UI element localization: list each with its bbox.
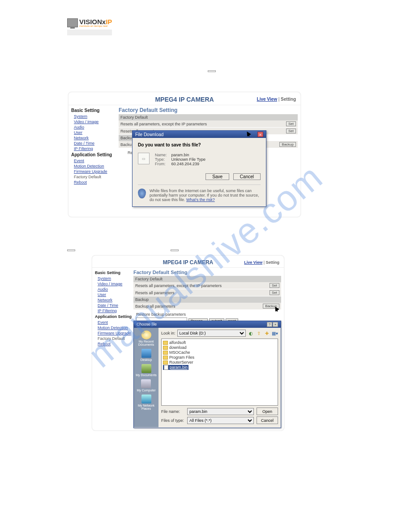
- sidebar-item-event[interactable]: Event: [71, 158, 119, 163]
- file-item-selected[interactable]: param.bin: [163, 365, 188, 370]
- sidebar-item-audio-2[interactable]: Audio: [95, 287, 133, 292]
- file-icon: [164, 365, 168, 370]
- place-recent[interactable]: My Recent Documents: [134, 330, 158, 346]
- sidebar-item-video-image-2[interactable]: Video / Image: [95, 281, 133, 287]
- risk-link[interactable]: What's the risk?: [186, 197, 215, 202]
- sidebar-item-factory-default[interactable]: Factory Default: [71, 174, 119, 180]
- set-button-2[interactable]: Set: [286, 129, 296, 133]
- link-live-view-2[interactable]: Live View: [244, 260, 262, 265]
- folder-item: Program Files: [163, 355, 276, 360]
- shield-icon: [138, 189, 146, 198]
- body-button-1[interactable]: [208, 70, 216, 72]
- body-paragraph-2: [67, 237, 345, 253]
- documents-icon: [141, 364, 151, 373]
- sidebar-section-application: Application Setting: [71, 152, 119, 157]
- header-bar: [67, 30, 112, 35]
- sidebar-section-basic-2: Basic Setting: [95, 270, 133, 275]
- folder-icon: [163, 360, 168, 365]
- folder-item: RouterServer: [163, 360, 276, 365]
- help-button[interactable]: ?: [267, 322, 272, 327]
- sidebar-item-reboot-2[interactable]: Reboot: [95, 341, 133, 347]
- meta-name-label: Name:: [155, 153, 170, 157]
- body-button-2b[interactable]: [171, 249, 179, 251]
- link-setting[interactable]: Setting: [281, 97, 296, 102]
- set-button-2b[interactable]: Set: [270, 290, 279, 295]
- filename-input[interactable]: param.bin: [187, 408, 254, 415]
- meta-type-label: Type:: [155, 157, 170, 162]
- backup-button[interactable]: Backup: [279, 142, 296, 147]
- sidebar-item-reboot[interactable]: Reboot: [71, 180, 119, 185]
- body-paragraph-1: [67, 58, 345, 74]
- sidebar-section-application-2: Application Setting: [95, 314, 133, 319]
- sidebar-item-firmware-upgrade[interactable]: Firmware Upgrade: [71, 169, 119, 174]
- set-button-1b[interactable]: Set: [270, 283, 279, 288]
- row-backup-clip: Backu: [120, 142, 132, 147]
- cancel-button-2[interactable]: Cancel: [257, 416, 278, 424]
- screenshot-2-camera-restore-browse: MPEG4 IP CAMERA Live View | Setting Basi…: [92, 255, 284, 431]
- place-network[interactable]: My Network Places: [134, 395, 158, 410]
- link-live-view[interactable]: Live View: [257, 97, 277, 102]
- lookin-dropdown[interactable]: Local Disk (D:): [177, 330, 246, 337]
- sidebar-item-audio[interactable]: Audio: [71, 124, 119, 130]
- sidebar-item-network-2[interactable]: Network: [95, 297, 133, 303]
- brand-logo-block: VISIONxIP monitore en tiempo real: [67, 18, 116, 35]
- link-setting-2[interactable]: Setting: [266, 260, 280, 265]
- new-folder-icon[interactable]: ✚: [264, 330, 270, 336]
- network-icon: [141, 395, 151, 403]
- sidebar-item-video-image[interactable]: Video / Image: [71, 119, 119, 124]
- sidebar-item-date-time-2[interactable]: Date / Time: [95, 303, 133, 308]
- file-type-icon: ▭: [138, 153, 150, 164]
- place-documents[interactable]: My Documents: [136, 364, 157, 377]
- screenshot-1-camera-backup-save: MPEG4 IP CAMERA Live View | Setting Basi…: [68, 92, 301, 217]
- sidebar-item-network[interactable]: Network: [71, 135, 119, 141]
- place-computer[interactable]: My Computer: [137, 379, 155, 392]
- dialog-close-button[interactable]: ×: [257, 132, 263, 137]
- cursor-icon: [245, 130, 251, 137]
- filetype-dropdown[interactable]: All Files (*.*): [187, 417, 254, 424]
- camera-title: MPEG4 IP CAMERA: [155, 96, 214, 103]
- sidebar-item-motion-detection-2[interactable]: Motion Detection: [95, 325, 133, 330]
- folder-icon: [163, 346, 168, 350]
- settings-content: Factory Default Setting Factory Default …: [119, 105, 300, 187]
- sidebar-item-firmware-upgrade-2[interactable]: Firmware Upgrade: [95, 330, 133, 336]
- sidebar-item-event-2[interactable]: Event: [95, 320, 133, 325]
- section-factory-default-2: Factory Default: [133, 276, 281, 282]
- sidebar-section-basic: Basic Setting: [71, 108, 119, 113]
- views-icon[interactable]: ▦▾: [272, 330, 278, 336]
- sidebar-item-date-time[interactable]: Date / Time: [71, 141, 119, 146]
- sidebar-item-ip-filtering[interactable]: IP Filtering: [71, 146, 119, 151]
- sidebar-item-ip-filtering-2[interactable]: IP Filtering: [95, 308, 133, 313]
- content-title: Factory Default Setting: [119, 107, 298, 113]
- up-icon[interactable]: ⇧: [256, 330, 262, 336]
- body-button-2a[interactable]: [67, 249, 75, 251]
- dialog-title: File Download: [135, 132, 163, 137]
- set-button-1[interactable]: Set: [286, 121, 296, 126]
- settings-sidebar-2: Basic Setting System Video / Image Audio…: [92, 268, 133, 348]
- meta-from-value: 60.248.204.239: [171, 162, 200, 166]
- sidebar-item-factory-default-2[interactable]: Factory Default: [95, 336, 133, 341]
- folder-item: download: [163, 345, 276, 350]
- sidebar-item-system[interactable]: System: [71, 114, 119, 119]
- section-backup-2: Backup: [133, 296, 281, 303]
- sidebar-item-user[interactable]: User: [71, 130, 119, 135]
- sidebar-item-user-2[interactable]: User: [95, 292, 133, 297]
- row-backup-2: Backup all parameters: [135, 304, 176, 309]
- settings-sidebar: Basic Setting System Video / Image Audio…: [68, 105, 119, 187]
- save-button[interactable]: Save: [206, 173, 229, 180]
- monitor-icon: [67, 18, 78, 27]
- sidebar-item-motion-detection[interactable]: Motion Detection: [71, 163, 119, 169]
- place-desktop[interactable]: Desktop: [141, 349, 152, 361]
- sidebar-item-system-2[interactable]: System: [95, 276, 133, 281]
- folder-icon: [163, 351, 168, 355]
- open-button[interactable]: Open: [257, 408, 278, 415]
- settings-content-2: Factory Default Setting Factory Default …: [133, 268, 284, 348]
- close-button[interactable]: ×: [273, 322, 278, 327]
- lookin-label: Look in:: [161, 331, 176, 335]
- file-list[interactable]: alfordsoft download MSOCache Program Fil…: [161, 339, 278, 406]
- dialog-question: Do you want to save this file?: [138, 142, 261, 147]
- camera-title-2: MPEG4 IP CAMERA: [163, 259, 213, 266]
- back-icon[interactable]: ◐: [248, 330, 254, 336]
- cancel-button[interactable]: Cancel: [233, 173, 261, 180]
- desktop-icon: [141, 349, 151, 358]
- row-reset-except-ip-2: Resets all parameters, except the IP par…: [135, 283, 222, 288]
